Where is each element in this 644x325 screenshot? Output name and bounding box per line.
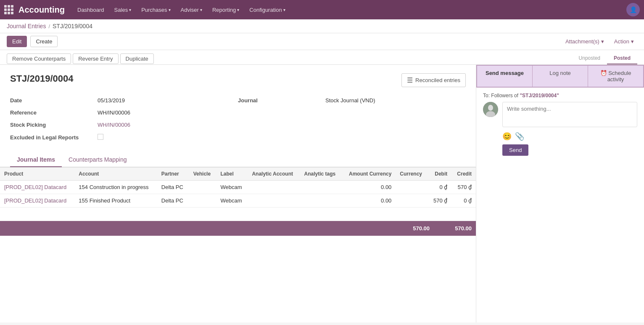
journal-label: Journal [238, 96, 322, 105]
chatter-body: To: Followers of "STJ/2019/0004" [476, 88, 644, 322]
svg-point-1 [488, 105, 493, 111]
col-amount-currency: Amount Currency [342, 168, 396, 181]
stock-picking-value[interactable]: WH/IN/00006 [94, 120, 238, 130]
nav-item-reporting[interactable]: Reporting ▾ [208, 0, 243, 19]
row1-partner: Delta PC [157, 181, 189, 194]
chatter-tabs: Send message Log note ⏰ Schedule activit… [476, 65, 644, 88]
nav-item-dashboard[interactable]: Dashboard [73, 0, 108, 19]
breadcrumb: Journal Entries / STJ/2019/0004 [0, 19, 644, 33]
chatter-tab-log-note[interactable]: Log note [533, 66, 588, 87]
remove-counterparts-button[interactable]: Remove Counterparts [7, 53, 71, 64]
sales-caret: ▾ [129, 8, 131, 12]
breadcrumb-parent[interactable]: Journal Entries [7, 23, 46, 29]
journal-items-table-wrapper: Product Account Partner Vehicle Label An… [0, 167, 476, 236]
table-row[interactable]: [PROD_DEL02] Datacard 154 Construction i… [0, 181, 476, 194]
form-area: STJ/2019/0004 ☰ Reconciled entries Date … [0, 65, 476, 322]
col-debit: Debit [428, 168, 451, 181]
col-analytic-account: Analytic Account [248, 168, 300, 181]
chatter-panel: Send message Log note ⏰ Schedule activit… [476, 65, 644, 322]
row2-debit: 570 ₫ [428, 194, 451, 208]
main-layout: STJ/2019/0004 ☰ Reconciled entries Date … [0, 65, 644, 322]
tab-journal-items[interactable]: Journal Items [10, 153, 62, 167]
create-button[interactable]: Create [30, 36, 58, 47]
row2-label: Webcam [216, 194, 248, 208]
row1-analytic-account [248, 181, 300, 194]
apps-grid-icon[interactable] [4, 5, 13, 14]
row2-partner: Delta PC [157, 194, 189, 208]
totals-row: 570.00 570.00 [0, 221, 476, 236]
row2-analytic-account [248, 194, 300, 208]
chatter-actions: 😊 📎 [483, 132, 637, 141]
nav-item-configuration[interactable]: Configuration ▾ [245, 0, 289, 19]
workflow-buttons: Remove Counterparts Reverse Entry Duplic… [7, 53, 154, 64]
chatter-to-record: "STJ/2019/0004" [520, 93, 559, 99]
record-header: STJ/2019/0004 ☰ Reconciled entries [0, 65, 476, 91]
attachments-button[interactable]: Attachment(s) ▾ [562, 36, 607, 47]
row2-vehicle [189, 194, 216, 208]
nav-item-sales[interactable]: Sales ▾ [110, 0, 136, 19]
stock-picking-label: Stock Picking [10, 120, 94, 130]
row2-product[interactable]: [PROD_DEL02] Datacard [0, 194, 74, 208]
avatar-image [483, 102, 498, 117]
table-row[interactable]: [PROD_DEL02] Datacard 155 Finished Produ… [0, 194, 476, 208]
empty-value-1 [322, 111, 466, 115]
record-title: STJ/2019/0004 [10, 73, 73, 84]
row1-currency [396, 181, 428, 194]
col-label: Label [216, 168, 248, 181]
row2-credit: 0 ₫ [451, 194, 476, 208]
col-credit: Credit [451, 168, 476, 181]
chatter-input[interactable] [502, 102, 637, 127]
chatter-tab-schedule-activity[interactable]: ⏰ Schedule activity [588, 66, 643, 87]
clock-icon: ⏰ [600, 70, 607, 76]
chatter-compose [483, 102, 637, 128]
workflow-bar: Remove Counterparts Reverse Entry Duplic… [0, 50, 644, 65]
nav-item-purchases[interactable]: Purchases ▾ [137, 0, 174, 19]
reconciled-icon: ☰ [407, 76, 413, 84]
date-label: Date [10, 96, 94, 105]
chatter-to: To: Followers of "STJ/2019/0004" [483, 93, 637, 99]
breadcrumb-separator: / [48, 23, 50, 29]
configuration-caret: ▾ [283, 8, 285, 12]
tab-bar: Journal Items Counterparts Mapping [0, 153, 476, 167]
row2-account: 155 Finished Product [74, 194, 157, 208]
col-product: Product [0, 168, 74, 181]
date-value: 05/13/2019 [94, 96, 238, 105]
journal-value: Stock Journal (VND) [322, 96, 466, 105]
status-posted[interactable]: Posted [607, 53, 637, 64]
purchases-caret: ▾ [169, 8, 171, 12]
emoji-icon[interactable]: 😊 [502, 132, 512, 141]
action-caret: ▾ [631, 38, 634, 45]
top-nav: Accounting Dashboard Sales ▾ Purchases ▾… [0, 0, 644, 19]
excluded-value[interactable] [94, 132, 238, 143]
tab-counterparts-mapping[interactable]: Counterparts Mapping [62, 153, 134, 167]
reconciled-entries-button[interactable]: ☰ Reconciled entries [401, 73, 466, 87]
row1-label: Webcam [216, 181, 248, 194]
status-unposted[interactable]: Unposted [572, 53, 607, 64]
empty-label-2 [238, 123, 322, 127]
total-debit: 570.00 [400, 225, 430, 232]
user-avatar[interactable]: 👤 [626, 3, 640, 16]
chatter-tab-send-message[interactable]: Send message [477, 66, 533, 87]
chatter-input-area [502, 102, 637, 128]
table-empty-row [0, 208, 476, 221]
adviser-caret: ▾ [200, 8, 202, 12]
status-pills: Unposted Posted [572, 53, 637, 64]
send-button[interactable]: Send [502, 144, 528, 156]
reference-label: Reference [10, 108, 94, 117]
row1-product[interactable]: [PROD_DEL02] Datacard [0, 181, 74, 194]
journal-items-table: Product Account Partner Vehicle Label An… [0, 167, 476, 221]
nav-item-adviser[interactable]: Adviser ▾ [177, 0, 206, 19]
excluded-checkbox[interactable] [98, 134, 103, 140]
edit-button[interactable]: Edit [7, 36, 27, 47]
row1-analytic-tags [300, 181, 342, 194]
duplicate-button[interactable]: Duplicate [120, 53, 154, 64]
reporting-caret: ▾ [237, 8, 239, 12]
row1-debit: 0 ₫ [428, 181, 451, 194]
action-bar: Edit Create Attachment(s) ▾ Action ▾ [0, 33, 644, 50]
form-fields: Date 05/13/2019 Journal Stock Journal (V… [0, 91, 476, 149]
action-button[interactable]: Action ▾ [611, 36, 637, 47]
total-credit: 570.00 [442, 225, 472, 232]
reverse-entry-button[interactable]: Reverse Entry [73, 53, 118, 64]
avatar [483, 102, 498, 117]
attachment-icon[interactable]: 📎 [515, 132, 524, 141]
